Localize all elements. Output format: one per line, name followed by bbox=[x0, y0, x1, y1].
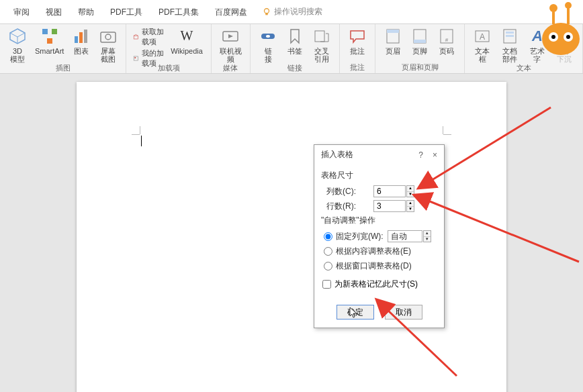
textbox-icon: A bbox=[473, 27, 492, 46]
svg-marker-16 bbox=[228, 34, 233, 38]
screenshot-button[interactable]: 屏幕截图 bbox=[95, 26, 122, 64]
rows-input[interactable] bbox=[373, 200, 406, 212]
comment-button[interactable]: 批注 bbox=[344, 26, 371, 56]
video-icon bbox=[221, 27, 240, 46]
tab-pdf-toolset[interactable]: PDF工具集 bbox=[150, 0, 207, 24]
group-label-comments: 批注 bbox=[350, 62, 365, 73]
spin-down-icon[interactable]: ▼ bbox=[407, 207, 414, 212]
3d-model-button[interactable]: 3D 模型 bbox=[4, 26, 31, 64]
svg-rect-23 bbox=[414, 40, 426, 43]
quickparts-button[interactable]: 文档部件 bbox=[496, 26, 523, 64]
lightbulb-icon bbox=[262, 7, 271, 17]
svg-rect-8 bbox=[84, 30, 87, 43]
tab-review[interactable]: 审阅 bbox=[5, 0, 38, 24]
group-label-links: 链接 bbox=[287, 63, 302, 73]
autofit-section-label: "自动调整"操作 bbox=[321, 215, 437, 226]
svg-rect-7 bbox=[79, 32, 83, 43]
header-button[interactable]: 页眉 bbox=[379, 26, 406, 56]
autofit-window-label: 根据窗口调整表格(D) bbox=[336, 260, 412, 272]
svg-rect-13 bbox=[135, 57, 136, 58]
dialog-close-button[interactable]: × bbox=[433, 150, 437, 160]
spin-down-icon[interactable]: ▼ bbox=[424, 237, 431, 242]
camera-icon bbox=[99, 27, 118, 46]
smartart-button[interactable]: SmartArt bbox=[31, 26, 68, 56]
svg-rect-3 bbox=[42, 29, 48, 34]
link-button[interactable]: 链 接 bbox=[255, 26, 281, 64]
textbox-button[interactable]: A 文本框 bbox=[469, 26, 496, 64]
svg-rect-47 bbox=[552, 9, 555, 24]
svg-rect-11 bbox=[134, 36, 138, 39]
quickparts-icon bbox=[500, 27, 519, 46]
addins-icon bbox=[133, 54, 138, 63]
fixed-width-radio[interactable] bbox=[324, 232, 332, 241]
remember-size-label: 为新表格记忆此尺寸(S) bbox=[334, 279, 418, 290]
columns-spinner[interactable]: ▲▼ bbox=[406, 185, 414, 197]
autofit-window-radio[interactable] bbox=[324, 262, 332, 271]
group-comments: 批注 批注 bbox=[340, 24, 375, 73]
footer-button[interactable]: 页脚 bbox=[406, 26, 433, 56]
fixed-width-label: 固定列宽(W): bbox=[336, 231, 384, 242]
remember-size-checkbox[interactable] bbox=[322, 280, 331, 289]
tell-me-search[interactable]: 操作说明搜索 bbox=[262, 6, 322, 17]
svg-point-42 bbox=[551, 35, 555, 39]
svg-text:W: W bbox=[181, 28, 193, 43]
dialog-help-button[interactable]: ? bbox=[418, 150, 423, 160]
columns-input[interactable] bbox=[373, 185, 406, 197]
size-section-label: 表格尺寸 bbox=[321, 170, 437, 181]
tab-help[interactable]: 帮助 bbox=[70, 0, 102, 24]
cancel-button[interactable]: 取消 bbox=[385, 305, 422, 320]
ribbon-tab-bar: 审阅 视图 帮助 PDF工具 PDF工具集 百度网盘 操作说明搜索 bbox=[0, 0, 583, 24]
bookmark-icon bbox=[285, 27, 304, 46]
svg-rect-19 bbox=[315, 31, 324, 42]
dialog-titlebar[interactable]: 插入表格 ? × bbox=[314, 145, 444, 164]
spin-up-icon[interactable]: ▲ bbox=[407, 201, 414, 207]
group-label-media: 媒体 bbox=[223, 63, 238, 73]
mascot-icon bbox=[539, 0, 583, 59]
group-label-text: 文本 bbox=[517, 63, 531, 73]
footer-icon bbox=[410, 27, 429, 46]
text-cursor bbox=[141, 136, 142, 146]
group-label-illustration: 插图 bbox=[56, 63, 71, 73]
svg-text:#: # bbox=[445, 37, 449, 43]
svg-rect-29 bbox=[506, 32, 514, 34]
columns-label: 列数(C): bbox=[326, 186, 373, 197]
svg-point-40 bbox=[542, 23, 580, 55]
rows-spinner[interactable]: ▲▼ bbox=[406, 200, 414, 212]
autofit-content-radio[interactable] bbox=[324, 247, 332, 256]
svg-point-44 bbox=[566, 35, 570, 39]
store-icon bbox=[133, 32, 138, 42]
get-addins-button[interactable]: 获取加载项 bbox=[133, 27, 164, 47]
wikipedia-button[interactable]: W Wikipedia bbox=[167, 26, 207, 56]
insert-table-dialog: 插入表格 ? × 表格尺寸 列数(C): ▲▼ 行数(R): ▲▼ "自动调整"… bbox=[314, 144, 445, 328]
tab-baidu-netdisk[interactable]: 百度网盘 bbox=[207, 0, 255, 24]
tab-pdf-tools[interactable]: PDF工具 bbox=[102, 0, 150, 24]
ok-button[interactable]: 确定 bbox=[337, 305, 374, 320]
bookmark-button[interactable]: 书签 bbox=[281, 26, 308, 56]
group-media: 联机视频 媒体 bbox=[212, 24, 251, 73]
link-icon bbox=[259, 27, 277, 46]
dialog-title: 插入表格 bbox=[321, 149, 353, 160]
chart-icon bbox=[72, 27, 91, 46]
fixed-width-spinner[interactable]: ▲▼ bbox=[423, 230, 431, 242]
group-label-addins: 加载项 bbox=[158, 63, 180, 73]
crossref-button[interactable]: 交叉引用 bbox=[308, 26, 335, 64]
ribbon-toolbar: 3D 模型 SmartArt 图表 屏幕截图 插图 获取加载项 bbox=[0, 24, 583, 74]
chart-button[interactable]: 图表 bbox=[68, 26, 95, 56]
autofit-content-label: 根据内容调整表格(E) bbox=[336, 246, 411, 257]
spin-up-icon[interactable]: ▲ bbox=[424, 231, 431, 237]
mouse-cursor-icon bbox=[349, 307, 359, 319]
svg-point-0 bbox=[265, 8, 269, 13]
crossref-icon bbox=[312, 27, 331, 46]
pagenum-button[interactable]: # 页码 bbox=[433, 26, 460, 56]
svg-rect-21 bbox=[387, 30, 399, 33]
header-icon bbox=[384, 27, 402, 46]
group-label-headerfooter: 页眉和页脚 bbox=[402, 62, 439, 73]
fixed-width-select[interactable]: 自动 bbox=[388, 230, 422, 242]
online-video-button[interactable]: 联机视频 bbox=[216, 26, 246, 64]
search-placeholder: 操作说明搜索 bbox=[274, 6, 322, 17]
cube-icon bbox=[8, 27, 27, 46]
spin-down-icon[interactable]: ▼ bbox=[407, 192, 414, 197]
tab-view[interactable]: 视图 bbox=[38, 0, 70, 24]
spin-up-icon[interactable]: ▲ bbox=[407, 186, 414, 192]
document-area bbox=[0, 74, 583, 392]
